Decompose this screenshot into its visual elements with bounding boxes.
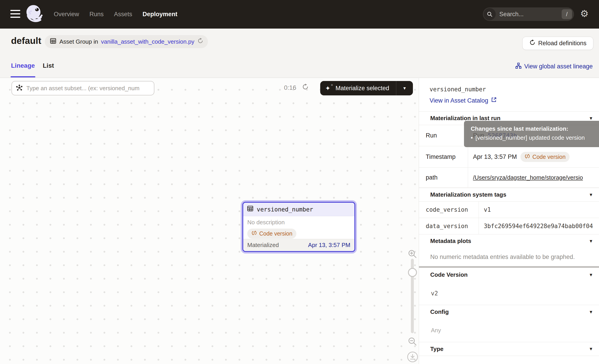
external-link-icon: [491, 97, 497, 104]
materialized-label: Materialized: [247, 242, 279, 249]
section-materialization-system-tags: Materialization system tags ▼: [419, 188, 599, 201]
nav-item-deployment[interactable]: Deployment: [143, 11, 177, 18]
collapse-caret-icon[interactable]: ▼: [590, 193, 592, 197]
asset-group-breadcrumb: Asset Group in vanilla_asset_with_code_v…: [45, 35, 208, 48]
zoom-out-icon[interactable]: [407, 337, 417, 347]
run-label: Run: [419, 125, 468, 146]
download-image-icon[interactable]: [407, 351, 418, 364]
table-row-path: path /Users/sryza/dagster_home/storage/v…: [419, 168, 599, 188]
data-version-value: 3bfc269594ef649228e9a74bab00f04: [479, 218, 599, 234]
asset-group-prefix: Asset Group in: [59, 38, 98, 45]
materialize-selected-label: Materialize selected: [335, 85, 389, 92]
section-type: Type ▼: [419, 342, 599, 356]
asset-node-header: versioned_number: [243, 203, 354, 216]
table-row-data-version: data_version 3bfc269594ef649228e9a74bab0…: [419, 218, 599, 234]
dagster-logo-icon[interactable]: [25, 4, 45, 25]
section-title: Materialization system tags: [430, 191, 506, 198]
nav-item-assets[interactable]: Assets: [114, 11, 132, 18]
zoom-slider-handle[interactable]: [408, 268, 417, 277]
asset-subset-filter[interactable]: [11, 81, 154, 95]
asset-node-versioned-number[interactable]: versioned_number No description: [242, 202, 355, 252]
badge-label: Code version: [532, 154, 565, 160]
reload-definitions-label: Reload definitions: [538, 40, 587, 47]
system-tags-table: code_version v1 data_version 3bfc269594e…: [419, 201, 599, 234]
asset-node-name: versioned_number: [257, 206, 313, 213]
hamburger-menu-icon[interactable]: [10, 10, 20, 20]
refresh-graph-icon[interactable]: [302, 83, 309, 91]
data-version-key: data_version: [419, 218, 479, 234]
section-code-version: Code Version ▼: [419, 268, 599, 282]
code-version-badge-label: Code version: [259, 230, 292, 237]
active-tab-underline: [11, 76, 35, 77]
materialize-selected-button[interactable]: ✦ ✧ Materialize selected ▼: [320, 81, 413, 95]
changes-tooltip: Changes since last materialization: • [v…: [464, 121, 599, 147]
top-nav: Overview Runs Assets Deployment / ⚙: [0, 0, 599, 29]
path-value-link[interactable]: /Users/sryza/dagster_home/storage/versio: [473, 174, 583, 181]
collapse-caret-icon[interactable]: ▼: [590, 116, 592, 120]
asset-node-footer: Materialized Apr 13, 3:57 PM: [243, 239, 354, 251]
panel-section-divider: [419, 266, 599, 268]
tooltip-title: Changes since last materialization:: [471, 125, 594, 132]
collapse-caret-icon[interactable]: ▼: [590, 347, 592, 351]
collapse-caret-icon[interactable]: ▼: [590, 273, 592, 277]
asset-node-description: No description: [247, 219, 350, 226]
table-row-code-version: code_version v1: [419, 202, 599, 218]
code-version-badge[interactable]: Code version: [247, 229, 296, 239]
asset-subset-input[interactable]: [26, 85, 150, 92]
view-in-asset-catalog-link[interactable]: View in Asset Catalog: [430, 97, 497, 104]
panel-asset-name: versioned_number: [430, 86, 486, 93]
code-version-key: code_version: [419, 202, 479, 218]
view-global-asset-lineage-label: View global asset lineage: [524, 63, 593, 70]
section-title: Config: [430, 308, 449, 315]
nav-item-runs[interactable]: Runs: [89, 11, 104, 18]
materialized-time[interactable]: Apr 13, 3:57 PM: [308, 242, 350, 249]
asset-group-icon: [50, 38, 56, 46]
tab-list[interactable]: List: [43, 62, 54, 69]
materialize-selected-main[interactable]: ✦ ✧ Materialize selected: [320, 81, 396, 95]
asset-group-file-link[interactable]: vanilla_asset_with_code_version.py: [101, 38, 194, 45]
nav-item-overview[interactable]: Overview: [54, 11, 79, 18]
view-in-asset-catalog-label: View in Asset Catalog: [430, 97, 488, 104]
search-shortcut-key: /: [562, 9, 572, 19]
asset-graph-filter-icon: [16, 84, 23, 92]
table-icon: [247, 205, 254, 214]
code-version-section-value: v2: [419, 282, 599, 305]
changed-code-version-icon: [251, 230, 257, 237]
section-title: Code Version: [430, 271, 467, 278]
tooltip-item: [versioned_number] updated code version: [476, 134, 585, 141]
gear-icon[interactable]: ⚙: [580, 9, 589, 18]
code-version-value: v1: [479, 202, 599, 218]
metadata-plots-empty-message: No numeric metadata entries available to…: [419, 248, 599, 266]
zoom-in-icon[interactable]: [407, 249, 417, 260]
path-label: path: [419, 168, 468, 187]
sparkle-icon: ✦ ✧: [325, 85, 332, 92]
section-config: Config ▼: [419, 305, 599, 319]
view-global-asset-lineage-link[interactable]: View global asset lineage: [515, 62, 593, 70]
timestamp-label: Timestamp: [419, 146, 468, 167]
tab-lineage[interactable]: Lineage: [11, 62, 35, 69]
app-screen: Overview Runs Assets Deployment / ⚙ defa…: [0, 0, 599, 364]
materialize-dropdown-caret[interactable]: ▼: [396, 81, 413, 95]
changed-code-version-icon: [525, 153, 530, 160]
page-title: default: [11, 35, 41, 46]
asset-node-body: No description Code version: [243, 216, 354, 239]
search-bar[interactable]: /: [483, 8, 574, 21]
config-section-value: Any: [419, 319, 599, 342]
timestamp-value: Apr 13, 3:57 PM: [473, 153, 517, 160]
section-title: Metadata plots: [430, 238, 471, 244]
search-icon: [484, 8, 496, 20]
bullet-icon: •: [471, 134, 473, 141]
search-input[interactable]: [496, 11, 562, 18]
collapse-caret-icon[interactable]: ▼: [590, 310, 592, 314]
timestamp-code-version-badge[interactable]: Code version: [520, 152, 570, 162]
section-metadata-plots: Metadata plots ▼: [419, 234, 599, 248]
reload-icon: [529, 39, 536, 47]
breadcrumb-refresh-icon[interactable]: [197, 38, 203, 45]
lineage-graph-icon: [515, 62, 522, 70]
collapse-caret-icon[interactable]: ▼: [590, 239, 592, 243]
table-row-timestamp: Timestamp Apr 13, 3:57 PM: [419, 146, 599, 168]
nav-links: Overview Runs Assets Deployment: [54, 0, 177, 29]
lineage-canvas[interactable]: 0:16 ✦ ✧ Materialize selected ▼: [0, 78, 419, 364]
refresh-timer: 0:16: [284, 84, 296, 91]
reload-definitions-button[interactable]: Reload definitions: [522, 37, 593, 50]
